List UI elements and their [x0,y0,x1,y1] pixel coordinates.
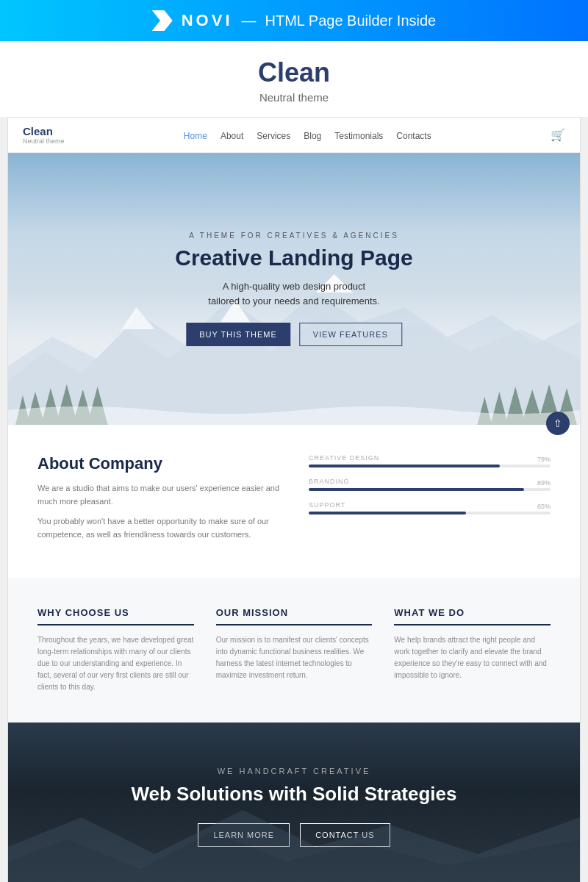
nav-about-link[interactable]: About [220,131,243,141]
hero-content: A THEME FOR CREATIVES & AGENCIES Creativ… [175,232,412,346]
why-col-1: WHY CHOOSE US Throughout the years, we h… [37,607,194,693]
banner-separator: — [242,12,257,29]
dark-banner-small-text: WE HANDCRAFT CREATIVE [37,767,551,775]
cart-icon[interactable]: 🛒 [551,128,565,142]
about-text-1: We are a studio that aims to make our us… [37,482,279,508]
nav-contacts[interactable]: Contacts [396,129,431,142]
about-right: CREATIVE DESIGN 79% BRANDING 89% SUPPORT [309,454,551,548]
dark-banner: WE HANDCRAFT CREATIVE Web Solutions with… [8,723,580,882]
view-features-button[interactable]: VIEW FEATURES [299,323,402,346]
skill-percent-support: 65% [537,503,551,510]
brand-sub: Neutral theme [23,137,65,145]
nav-services[interactable]: Services [257,129,290,142]
why-col-3-title: WHAT WE DO [394,607,551,625]
nav-blog-link[interactable]: Blog [304,131,321,141]
hero-buttons: BUY THIS THEME VIEW FEATURES [175,323,412,346]
brand-name: Clean [23,125,65,137]
scroll-top-button[interactable]: ⇧ [546,412,570,435]
skill-percent-creative: 79% [537,456,551,463]
why-col-2-title: OUR MISSION [216,607,373,625]
navbar-links: Home About Services Blog Testimonials Co… [184,129,431,142]
dark-banner-mountains [8,803,580,882]
nav-home-link[interactable]: Home [184,131,207,141]
skill-support: SUPPORT 65% [309,501,551,514]
skill-branding: BRANDING 89% [309,478,551,491]
nav-testimonials-link[interactable]: Testimonials [334,131,383,141]
nav-testimonials[interactable]: Testimonials [334,129,383,142]
about-title: About Company [37,454,279,473]
why-section: WHY CHOOSE US Throughout the years, we h… [8,578,580,723]
about-section: About Company We are a studio that aims … [8,425,580,578]
banner-brand: NOVI [182,11,233,30]
skill-label-support: SUPPORT [309,501,551,509]
navbar: Clean Neutral theme Home About Services … [8,118,580,153]
skill-label-branding: BRANDING [309,478,551,485]
hero-title: Creative Landing Page [175,245,412,270]
skill-bar-support-fill [309,512,466,514]
buy-theme-button[interactable]: BUY THIS THEME [186,323,290,346]
why-col-2: OUR MISSION Our mission is to manifest o… [216,607,373,693]
novi-logo-icon [152,10,173,31]
navbar-brand: Clean Neutral theme [23,125,65,145]
why-col-2-text: Our mission is to manifest our clients' … [216,634,373,681]
why-col-1-title: WHY CHOOSE US [37,607,194,625]
skill-percent-branding: 89% [537,479,551,487]
banner-subtitle: HTML Page Builder Inside [265,12,437,29]
why-col-3-text: We help brands attract the right people … [394,634,551,681]
nav-about[interactable]: About [220,129,243,142]
skill-bar-support-bg: 65% [309,512,551,514]
nav-home[interactable]: Home [184,129,207,142]
skill-bar-creative-fill [309,465,500,467]
hero-description: A high-quality web design product tailor… [175,279,412,308]
why-col-3: WHAT WE DO We help brands attract the ri… [394,607,551,693]
skill-bar-branding-fill [309,488,524,491]
nav-services-link[interactable]: Services [257,131,290,141]
page-subtitle: Neutral theme [15,91,573,104]
skill-label-creative: CREATIVE DESIGN [309,454,551,462]
skill-creative-design: CREATIVE DESIGN 79% [309,454,551,467]
page-title-section: Clean Neutral theme [0,41,588,117]
why-col-1-text: Throughout the years, we have developed … [37,634,194,693]
top-banner: NOVI — HTML Page Builder Inside [0,0,588,41]
website-frame: Clean Neutral theme Home About Services … [7,117,581,882]
nav-contacts-link[interactable]: Contacts [396,131,431,141]
svg-marker-4 [122,307,155,329]
skill-bar-branding-bg: 89% [309,488,551,491]
about-text-2: You probably won't have a better opportu… [37,515,279,541]
skill-bar-creative-bg: 79% [309,465,551,467]
about-left: About Company We are a studio that aims … [37,454,279,548]
page-title: Clean [15,57,573,88]
hero-section: A THEME FOR CREATIVES & AGENCIES Creativ… [8,153,580,425]
hero-tagline: A THEME FOR CREATIVES & AGENCIES [175,232,412,240]
nav-blog[interactable]: Blog [304,129,321,142]
